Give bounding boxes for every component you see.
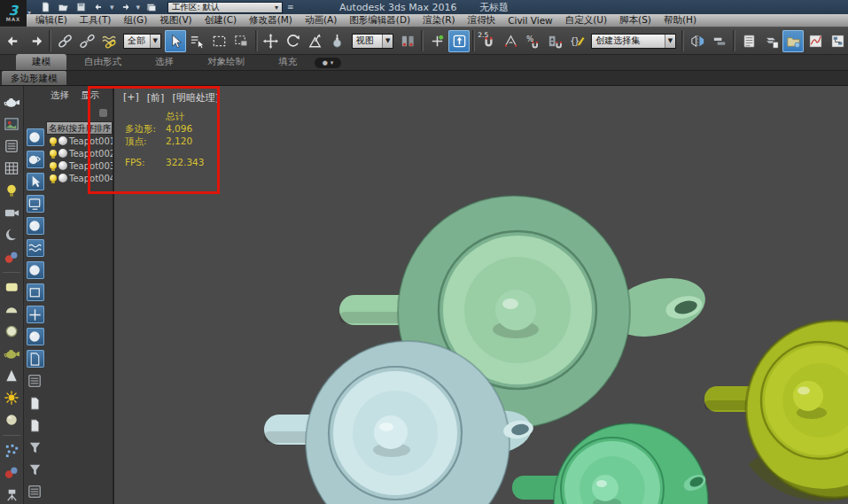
filter-lights-icon[interactable] xyxy=(27,173,44,190)
menu-views[interactable]: 视图(V) xyxy=(159,14,191,27)
ribbon-tab-selection[interactable]: 选择 xyxy=(139,54,190,70)
layer-manager-button[interactable] xyxy=(738,30,759,52)
filter-geometry-icon[interactable] xyxy=(27,128,44,146)
mirror-button[interactable] xyxy=(687,30,708,52)
new-file-button[interactable] xyxy=(39,2,52,13)
filter-xrefs-icon[interactable] xyxy=(27,283,44,301)
align-button[interactable] xyxy=(709,30,730,52)
ribbon-tab-freeform[interactable]: 自由形式 xyxy=(68,54,137,70)
video-camera-icon[interactable] xyxy=(2,204,21,222)
angle-snap-toggle[interactable] xyxy=(500,30,521,52)
page-icon[interactable] xyxy=(27,394,44,412)
list-item[interactable]: Teapot002 xyxy=(46,147,113,159)
snaps-toggle-2.5d[interactable]: 2.5 xyxy=(478,30,499,52)
ring-icon[interactable] xyxy=(2,322,21,341)
viewport-menu-general[interactable]: [+] xyxy=(123,91,139,105)
reference-coordinate-dropdown[interactable]: 视图 ▼ xyxy=(352,34,394,49)
schematic-view-button[interactable] xyxy=(827,30,848,52)
select-and-rotate-button[interactable] xyxy=(283,30,304,52)
explorer-menu-select[interactable]: 选择 xyxy=(51,89,69,104)
menu-scripting[interactable]: 脚本(S) xyxy=(619,14,651,27)
menu-create[interactable]: 创建(C) xyxy=(205,14,237,27)
select-and-place-button[interactable] xyxy=(327,30,348,52)
project-folder-button[interactable] xyxy=(144,2,158,13)
sort-list-icon[interactable] xyxy=(27,372,44,390)
undo-scene-button[interactable] xyxy=(3,30,24,52)
open-file-button[interactable] xyxy=(57,2,70,13)
rendered-frame-icon[interactable] xyxy=(2,115,21,134)
select-and-manipulate-button[interactable] xyxy=(426,30,447,52)
rectangular-selection-region-button[interactable] xyxy=(209,30,230,52)
column-list-icon[interactable] xyxy=(27,483,44,500)
wire-teapot-icon[interactable] xyxy=(2,345,21,363)
percent-snap-toggle[interactable]: % xyxy=(522,30,543,52)
polygon-modeling-panel-tab[interactable]: 多边形建模 xyxy=(2,71,66,85)
list-table-icon[interactable] xyxy=(2,137,21,156)
ribbon-toggle-button[interactable] xyxy=(760,30,782,52)
page2-icon[interactable] xyxy=(27,416,44,434)
cone-icon[interactable] xyxy=(2,367,21,385)
name-column-header[interactable]: 名称(按升序排序) xyxy=(46,121,113,135)
teapot-icon[interactable] xyxy=(2,93,21,112)
scatter-icon[interactable] xyxy=(2,441,21,460)
sphere-icon[interactable] xyxy=(2,411,21,430)
ribbon-tab-object-paint[interactable]: 对象绘制 xyxy=(191,54,261,70)
dome-icon[interactable] xyxy=(2,300,21,319)
window-crossing-toggle[interactable] xyxy=(231,30,253,52)
bind-to-space-warp-icon[interactable] xyxy=(98,30,120,52)
filter-cameras-icon[interactable] xyxy=(27,195,44,213)
menu-help[interactable]: 帮助(H) xyxy=(664,14,696,27)
select-object-button[interactable] xyxy=(165,30,186,52)
select-and-link-icon[interactable] xyxy=(54,30,75,52)
filter-materials-icon[interactable] xyxy=(27,350,44,368)
shaded-sphere-icon[interactable] xyxy=(2,226,21,244)
app-menu-caret-icon[interactable]: ▾ xyxy=(27,9,31,17)
workspace-menu-icon[interactable]: ≡ xyxy=(287,3,294,12)
menu-tools[interactable]: 工具(T) xyxy=(80,14,112,27)
keyboard-shortcut-override-toggle[interactable] xyxy=(448,30,470,52)
undo-dropdown-icon[interactable]: ▾ xyxy=(110,3,114,12)
visibility-bulb-icon[interactable] xyxy=(50,174,57,182)
light-lister-icon[interactable] xyxy=(2,182,21,200)
camera-tripod-icon[interactable] xyxy=(2,485,21,504)
spinner-snap-toggle[interactable] xyxy=(544,30,565,52)
menu-graph-editors[interactable]: 图形编辑器(D) xyxy=(349,14,410,27)
scene-explorer-toggle[interactable] xyxy=(782,30,804,52)
select-and-move-button[interactable] xyxy=(261,30,282,52)
menu-customize[interactable]: 自定义(U) xyxy=(565,14,607,27)
grid-table-icon[interactable] xyxy=(2,159,21,178)
list-item[interactable]: Teapot004 xyxy=(46,172,113,184)
filter-funnel-icon[interactable] xyxy=(27,438,44,456)
menu-civil-view[interactable]: Civil View xyxy=(508,15,553,26)
viewport-menu-view[interactable]: [前] xyxy=(147,91,165,105)
list-item[interactable]: Teapot001 xyxy=(46,135,113,147)
ribbon-tab-modeling[interactable]: 建模 xyxy=(16,54,66,70)
app-menu-button[interactable]: 3 MAX xyxy=(0,0,27,27)
visibility-bulb-icon[interactable] xyxy=(50,162,57,169)
unlink-selection-icon[interactable] xyxy=(76,30,97,52)
red-spheres-icon[interactable] xyxy=(2,248,21,267)
molecules-icon[interactable] xyxy=(2,463,21,482)
visibility-bulb-icon[interactable] xyxy=(50,150,57,157)
visibility-bulb-icon[interactable] xyxy=(50,137,57,144)
selection-filter-dropdown[interactable]: 全部 ▼ xyxy=(123,34,161,49)
menu-modifiers[interactable]: 修改器(M) xyxy=(249,14,292,27)
filter-groups-icon[interactable] xyxy=(27,261,44,279)
filter-shapes-icon[interactable] xyxy=(27,151,44,168)
menu-animation[interactable]: 动画(A) xyxy=(305,14,337,27)
advanced-filter-icon[interactable] xyxy=(27,461,44,478)
search-icon[interactable] xyxy=(99,109,107,117)
select-by-name-button[interactable] xyxy=(187,30,208,52)
named-selection-sets-dropdown[interactable]: 创建选择集 ▼ xyxy=(591,34,676,49)
redo-dropdown-icon[interactable]: ▾ xyxy=(136,3,141,12)
filter-spacewarps-icon[interactable] xyxy=(27,239,44,257)
filter-helpers-icon[interactable] xyxy=(27,217,44,235)
viewport-menu-shading[interactable]: [明暗处理] xyxy=(172,91,219,105)
redo-button[interactable] xyxy=(119,2,132,13)
use-pivot-point-center-button[interactable] xyxy=(397,30,418,52)
ribbon-options-dropdown[interactable]: ●▾ xyxy=(315,58,341,68)
save-file-button[interactable] xyxy=(74,2,88,13)
filter-bones-icon[interactable] xyxy=(27,306,44,323)
curve-editor-button[interactable] xyxy=(805,30,826,52)
filter-containers-icon[interactable] xyxy=(27,328,44,345)
